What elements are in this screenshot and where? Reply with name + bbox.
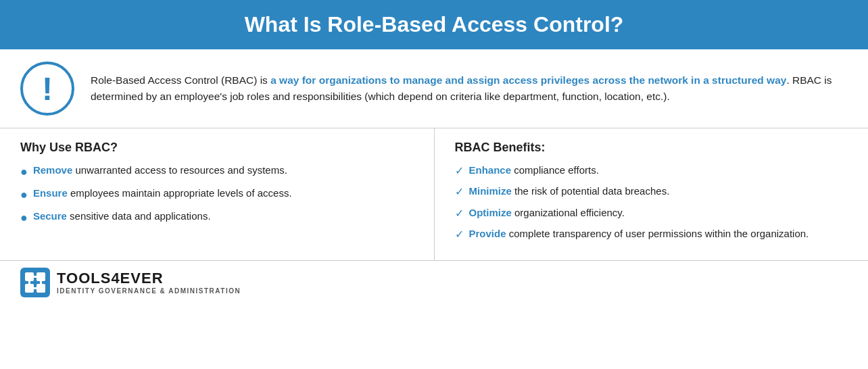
logo-sub: IDENTITY GOVERNANCE & ADMINISTRATION [57,287,241,295]
benefit-item-rest: complete transparency of user permission… [506,228,809,239]
list-item: ✓ Enhance compliance efforts. [455,163,848,178]
benefits-panel: RBAC Benefits: ✓ Enhance compliance effo… [435,128,869,260]
check-icon: ✓ [455,206,464,221]
list-item-rest: employees maintain appropriate levels of… [68,187,292,199]
logo-svg [24,271,47,294]
why-use-panel: Why Use RBAC? ● Remove unwarranted acces… [0,128,435,260]
keyword: Minimize [469,185,512,197]
list-item: ● Secure sensitive data and applications… [20,209,414,226]
logo: TOOLS4EVER IDENTITY GOVERNANCE & ADMINIS… [20,268,241,297]
why-use-title: Why Use RBAC? [20,141,414,155]
bullet-icon: ● [20,164,28,180]
list-item: ✓ Minimize the risk of potential data br… [455,184,848,199]
keyword: Optimize [469,207,512,218]
check-icon: ✓ [455,184,464,199]
svg-rect-7 [32,287,38,289]
bullet-icon: ● [20,187,28,203]
benefit-item-text: Minimize the risk of potential data brea… [469,184,670,198]
page-title: What Is Role-Based Access Control? [27,12,841,37]
svg-rect-5 [28,280,30,285]
keyword: Secure [33,210,67,222]
list-item-rest: unwarranted access to resources and syst… [72,164,287,176]
keyword: Remove [33,164,72,176]
check-icon: ✓ [455,164,464,178]
intro-section: ! Role-Based Access Control (RBAC) is a … [0,49,868,128]
svg-rect-6 [40,280,42,285]
logo-text: TOOLS4EVER IDENTITY GOVERNANCE & ADMINIS… [57,270,241,295]
svg-rect-4 [32,276,38,278]
keyword: Enhance [469,164,512,176]
list-item: ● Ensure employees maintain appropriate … [20,186,414,203]
bullet-icon: ● [20,210,28,226]
logo-icon [20,268,50,297]
list-item-text: Remove unwarranted access to resources a… [33,163,287,177]
benefit-item-rest: the risk of potential data breaches. [512,185,669,197]
alert-icon: ! [20,62,74,116]
benefit-item-text: Optimize organizational efficiency. [469,205,625,220]
benefits-title: RBAC Benefits: [455,141,848,155]
benefit-item-text: Enhance compliance efforts. [469,163,599,177]
list-item: ● Remove unwarranted access to resources… [20,163,414,180]
list-item-text: Ensure employees maintain appropriate le… [33,186,292,200]
list-item-text: Secure sensitive data and applications. [33,209,211,223]
benefit-item-text: Provide complete transparency of user pe… [469,226,809,241]
check-icon: ✓ [455,227,464,242]
list-item: ✓ Optimize organizational efficiency. [455,205,848,221]
logo-name: TOOLS4EVER [57,270,241,287]
list-item: ✓ Provide complete transparency of user … [455,226,848,242]
why-use-list: ● Remove unwarranted access to resources… [20,163,414,227]
list-item-rest: sensitive data and applications. [67,210,211,222]
content-section: Why Use RBAC? ● Remove unwarranted acces… [0,128,868,261]
benefit-item-rest: organizational efficiency. [512,207,625,218]
intro-text: Role-Based Access Control (RBAC) is a wa… [91,72,848,105]
intro-text-before: Role-Based Access Control (RBAC) is [91,74,270,86]
page-header: What Is Role-Based Access Control? [0,0,868,49]
footer: TOOLS4EVER IDENTITY GOVERNANCE & ADMINIS… [0,261,868,304]
keyword: Ensure [33,187,68,199]
benefits-list: ✓ Enhance compliance efforts. ✓ Minimize… [455,163,848,243]
benefit-item-rest: compliance efforts. [511,164,599,176]
intro-highlight: a way for organizations to manage and as… [270,74,786,86]
keyword: Provide [469,228,506,239]
